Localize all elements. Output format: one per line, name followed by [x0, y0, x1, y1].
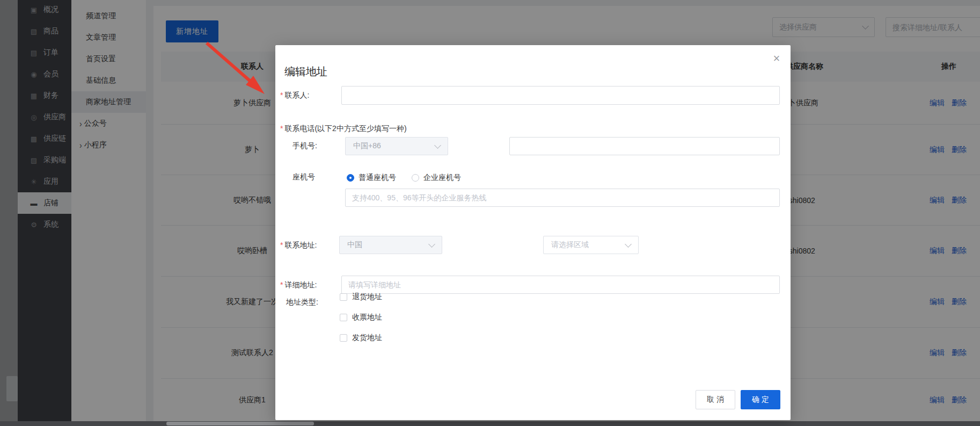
chevron-down-icon: [434, 142, 441, 149]
address-country-select: 中国: [339, 236, 442, 254]
modal-title: 编辑地址: [284, 64, 327, 79]
edit-address-modal: 编辑地址 × 联系人: 联系电话(以下2中方式至少填写一种) 手机号: 中国+8…: [275, 45, 791, 420]
mobile-country-select: 中国+86: [345, 137, 448, 155]
cancel-button[interactable]: 取 消: [696, 390, 735, 409]
checkbox-invoice-address[interactable]: 收票地址: [340, 313, 382, 322]
horizontal-scrollbar[interactable]: [0, 421, 980, 426]
address-type-label: 地址类型:: [286, 298, 318, 307]
detail-address-input[interactable]: [341, 276, 780, 294]
checkbox-return-address[interactable]: 退货地址: [340, 292, 382, 302]
hotline-input[interactable]: [345, 189, 780, 207]
contact-input[interactable]: [341, 86, 780, 105]
chevron-down-icon: [625, 241, 632, 248]
app-screen: ▣概况 ▧商品 ▤订单 ◉会员 ▦财务 ◎供应商 ▩供应链 ▨采购端 ✳应用 ▬…: [0, 0, 980, 426]
phone-group-label: 联系电话(以下2中方式至少填写一种): [280, 124, 407, 134]
address-label: 联系地址:: [280, 241, 317, 250]
scrollbar-thumb[interactable]: [166, 422, 314, 425]
detail-address-label: 详细地址:: [280, 280, 317, 290]
confirm-button[interactable]: 确 定: [741, 390, 780, 409]
checkbox-shipping-address[interactable]: 发货地址: [340, 333, 382, 343]
chevron-down-icon: [428, 241, 435, 248]
close-icon[interactable]: ×: [770, 52, 784, 66]
radio-selected-icon: [347, 174, 354, 182]
checkbox-icon: [340, 314, 347, 321]
radio-unselected-icon: [412, 174, 419, 182]
landline-label: 座机号: [292, 172, 315, 182]
mobile-number-input[interactable]: [509, 137, 780, 155]
contact-label: 联系人:: [280, 91, 309, 100]
checkbox-icon: [340, 334, 347, 342]
region-select[interactable]: 请选择区域: [543, 236, 639, 254]
radio-enterprise-landline[interactable]: 企业座机号: [412, 173, 461, 183]
radio-normal-landline[interactable]: 普通座机号: [347, 173, 396, 183]
checkbox-icon: [340, 293, 347, 301]
mobile-label: 手机号:: [292, 141, 317, 151]
